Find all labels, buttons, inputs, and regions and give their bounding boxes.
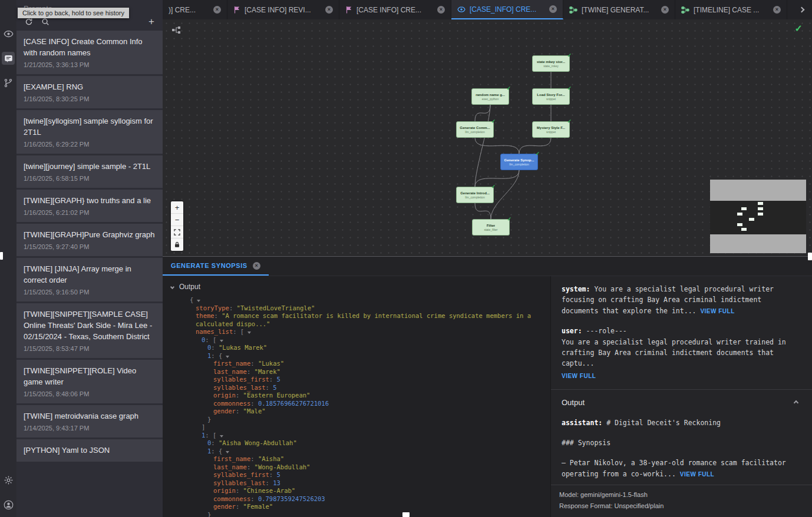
graph-canvas[interactable]: state mkey stor...state_mkey✓random name… <box>163 19 812 256</box>
prompt-title: [TWINE] [JINJA] Array merge in correct o… <box>24 263 156 286</box>
json-token: : [ <box>205 432 216 439</box>
editor-tab[interactable]: [TIMELINE] CASE ...× <box>675 0 787 19</box>
user-message-line1: ---role--- <box>586 327 627 335</box>
json-token: syllables_last <box>213 479 266 486</box>
close-icon[interactable]: × <box>437 6 445 14</box>
json-line: ] <box>190 423 541 432</box>
prompt-list-item[interactable]: [TWINE][GRAPH} two truths and a lie1/16/… <box>16 190 163 222</box>
zoom-in-button[interactable]: + <box>171 201 183 214</box>
json-token: "Aisha" <box>258 455 284 462</box>
prompts-icon[interactable] <box>2 52 15 65</box>
fit-view-button[interactable] <box>171 226 183 238</box>
tab-label: [CASE INFO] CRE... <box>357 6 433 14</box>
tab-label: )] CRE... <box>169 6 209 14</box>
refresh-icon[interactable] <box>25 18 33 26</box>
flow-icon <box>569 6 577 14</box>
json-line: syllables_last: 13 <box>190 479 541 488</box>
prompt-title: [CASE INFO] Create Common Info with rand… <box>24 36 156 58</box>
prompt-list-item[interactable]: [TWINE][GRAPH]Pure Graphviz graph1/15/20… <box>16 224 163 256</box>
prompt-list: [CASE INFO] Create Common Info with rand… <box>16 31 163 517</box>
messages-scroll[interactable]: system: You are a specialist legal proce… <box>551 276 812 485</box>
graph-node[interactable]: state mkey stor...state_mkey✓ <box>532 55 570 72</box>
chevron-up-icon <box>794 400 798 405</box>
prompt-list-item[interactable]: [TWINE] [JINJA] Array merge in correct o… <box>16 258 163 301</box>
prompt-list-item[interactable]: [TWINE] metroidvania case graph1/14/2025… <box>16 405 163 438</box>
graph-node[interactable]: Generate Introd...llm_completion✓ <box>456 187 494 203</box>
tab-overflow-chevron[interactable] <box>791 0 812 19</box>
json-token: : { <box>211 448 222 455</box>
json-token: : <box>229 304 237 311</box>
json-token: names_list <box>196 328 233 335</box>
response-format-info: Response Format: Unspecified/plain <box>559 501 804 512</box>
gear-icon[interactable] <box>2 473 15 486</box>
output-collapse-header[interactable]: Output <box>562 397 801 409</box>
splitter-handle[interactable] <box>808 253 812 260</box>
editor-tab[interactable]: [CASE INFO] CRE...× <box>339 0 451 19</box>
editor-tab[interactable]: [CASE_INFO] CRE...× <box>451 0 563 19</box>
system-role-label: system: <box>562 285 594 293</box>
json-token: : <box>236 487 243 494</box>
prompt-list-item[interactable]: [TWINE][SNIPPET][ROLE] Video game writer… <box>16 360 163 403</box>
json-token: commonness <box>213 400 250 407</box>
add-prompt-button[interactable]: + <box>148 18 154 26</box>
node-title: state mkey stor... <box>537 60 566 64</box>
assistant-role-label: assistant: <box>562 419 606 427</box>
graph-node[interactable]: Load Story For...snippet✓ <box>532 88 570 105</box>
flag-icon <box>233 6 240 14</box>
prompt-list-item[interactable]: [twine][journey] simple sample - 2T1L1/1… <box>16 155 163 188</box>
view-full-link[interactable]: VIEW FULL <box>562 372 801 381</box>
flag-icon <box>345 6 352 14</box>
close-icon[interactable]: × <box>549 5 557 13</box>
json-token: "Wong-Abdullah" <box>255 463 311 470</box>
account-icon[interactable] <box>2 498 15 511</box>
close-icon[interactable]: × <box>213 6 221 14</box>
view-full-link[interactable]: VIEW FULL <box>680 471 714 478</box>
close-icon[interactable]: × <box>325 6 333 14</box>
collapse-caret-icon <box>220 435 223 438</box>
close-icon[interactable]: × <box>661 6 669 14</box>
lock-icon[interactable] <box>171 238 183 251</box>
eye-icon[interactable] <box>2 27 15 40</box>
json-token: first_name <box>213 455 250 462</box>
editor-tab[interactable]: )] CRE...× <box>163 0 227 19</box>
panel-tab-row: GENERATE SYNOPSIS × <box>163 257 812 276</box>
minimap-node <box>758 207 763 210</box>
prompt-list-item[interactable]: [CASE INFO] Create Common Info with rand… <box>16 31 163 74</box>
tab-bar: )] CRE...×[CASE INFO] REVI...×[CASE INFO… <box>163 0 812 19</box>
graph-node[interactable]: random name g...exec_python✓ <box>471 88 509 105</box>
editor-tab[interactable]: [CASE INFO] REVI...× <box>227 0 339 19</box>
node-title: Load Story For... <box>537 93 565 97</box>
graph-edge <box>475 203 491 219</box>
prompt-title: [TWINE][GRAPH} two truths and a lie <box>24 195 156 206</box>
json-token: origin <box>213 487 236 494</box>
json-tree[interactable]: {storyType: "TwistedLoveTriangle"theme: … <box>163 295 550 517</box>
json-token: : <box>269 471 277 478</box>
branch-icon[interactable] <box>2 77 15 90</box>
graph-node[interactable]: Generate Synop...llm_completion✓ <box>500 154 538 170</box>
zoom-out-button[interactable]: − <box>171 214 183 226</box>
graph-node[interactable]: Generate Comm...llm_completion✓ <box>456 121 494 138</box>
json-token: gender <box>213 503 236 510</box>
prompt-list-item[interactable]: [EXAMPLE] RNG1/16/2025, 8:30:25 PM <box>16 76 163 108</box>
editor-tab[interactable]: [TWINE] GENERAT...× <box>563 0 675 19</box>
graph-node[interactable]: Filterstate_filter✓ <box>472 219 510 236</box>
close-icon[interactable]: × <box>253 262 260 270</box>
prompt-list-item[interactable]: [twine][syllogism] sample syllogism for … <box>16 110 163 154</box>
json-line: { <box>190 296 541 304</box>
prompt-list-item[interactable]: [TWINE][SNIPPET][SAMPLE CASE] Online Thr… <box>16 303 163 358</box>
node-title: random name g... <box>476 93 505 97</box>
splitter-handle[interactable] <box>0 252 3 260</box>
minimap-node <box>758 213 763 216</box>
minimap[interactable] <box>710 180 806 253</box>
node-subtitle: llm_completion <box>509 163 529 166</box>
output-section-header[interactable]: Output <box>163 276 550 295</box>
graph-node[interactable]: Mystery Style F...snippet✓ <box>532 121 570 138</box>
output-tab[interactable]: GENERATE SYNOPSIS × <box>163 257 269 276</box>
auto-layout-icon[interactable] <box>171 25 181 35</box>
close-icon[interactable]: × <box>773 6 781 14</box>
view-full-link[interactable]: VIEW FULL <box>700 308 734 314</box>
prompt-list-item[interactable]: [PYTHON] Yaml to JSON <box>16 439 163 462</box>
search-icon[interactable] <box>41 18 49 26</box>
divider <box>551 389 812 390</box>
splitter-handle[interactable] <box>402 512 410 517</box>
